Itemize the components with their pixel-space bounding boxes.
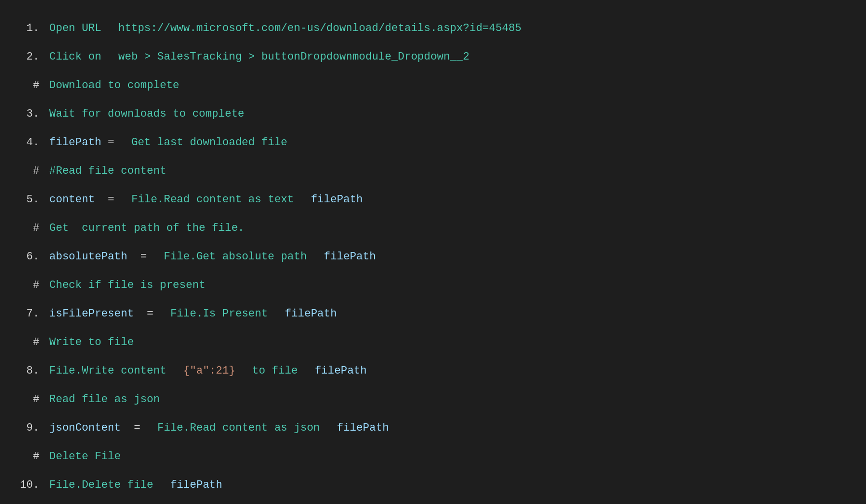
- code-line-10: 10.File.Delete file filePath: [0, 472, 866, 500]
- line-number: #: [20, 277, 49, 294]
- code-line-c1: #Download to complete: [0, 72, 866, 100]
- code-token: Get last downloaded file: [131, 134, 287, 151]
- line-content: Get current path of the file.: [49, 220, 244, 237]
- code-token: File.Get absolute path: [164, 248, 320, 265]
- code-token: =: [101, 134, 128, 151]
- line-content: #Read file content: [49, 162, 167, 180]
- code-token: Check if file is present: [49, 277, 205, 294]
- code-token: File.Is Present: [170, 305, 281, 322]
- code-token: =: [95, 191, 127, 208]
- code-token: Click on: [49, 48, 114, 65]
- line-content: Check if file is present: [49, 277, 205, 294]
- code-line-9: 9.jsonContent = File.Read content as jso…: [0, 414, 866, 443]
- code-line-2: 2.Click on web > SalesTracking > buttonD…: [0, 43, 866, 72]
- code-token: Read file as json: [49, 391, 160, 408]
- code-token: to file: [239, 362, 311, 379]
- code-line-3: 3.Wait for downloads to complete: [0, 100, 866, 129]
- code-line-c4: #Check if file is present: [0, 272, 866, 300]
- line-number: 3.: [20, 105, 49, 123]
- line-number: 8.: [20, 362, 49, 379]
- code-token: filePath: [170, 476, 223, 494]
- line-content: Delete File: [49, 448, 121, 465]
- code-token: =: [121, 419, 153, 437]
- line-number: #: [20, 334, 49, 351]
- code-token: {"a":21}: [183, 362, 235, 379]
- code-token: File.Read content as text: [131, 191, 306, 208]
- code-token: File.Write content: [49, 362, 179, 379]
- code-token: filePath: [311, 191, 363, 208]
- code-token: File.Read content as json: [157, 419, 333, 437]
- line-content: jsonContent = File.Read content as json …: [49, 419, 389, 437]
- code-line-c7: #Delete File: [0, 443, 866, 472]
- code-token: filePath: [49, 134, 101, 151]
- line-number: #: [20, 391, 49, 408]
- code-line-7: 7.isFilePresent = File.Is Present filePa…: [0, 300, 866, 329]
- code-token: filePath: [337, 419, 389, 437]
- code-line-c6: #Read file as json: [0, 386, 866, 414]
- code-token: Delete File: [49, 448, 121, 465]
- line-content: File.Write content {"a":21} to file file…: [49, 362, 367, 379]
- code-token: jsonContent: [49, 419, 121, 437]
- line-content: Download to complete: [49, 77, 179, 94]
- code-line-1: 1.Open URL https://www.microsoft.com/en-…: [0, 15, 866, 43]
- line-content: Read file as json: [49, 391, 160, 408]
- code-token: Download to complete: [49, 77, 179, 94]
- code-line-6: 6.absolutePath = File.Get absolute path …: [0, 243, 866, 272]
- line-content: File.Delete file filePath: [49, 476, 222, 494]
- line-content: absolutePath = File.Get absolute path fi…: [49, 248, 376, 265]
- line-number: #: [20, 162, 49, 180]
- line-number: #: [20, 77, 49, 94]
- line-content: Click on web > SalesTracking > buttonDro…: [49, 48, 469, 65]
- line-number: 9.: [20, 419, 49, 437]
- code-token: absolutePath: [49, 248, 127, 265]
- code-line-5: 5.content = File.Read content as text fi…: [0, 186, 866, 215]
- line-number: 6.: [20, 248, 49, 265]
- code-line-c5: #Write to file: [0, 329, 866, 357]
- code-token: Open URL: [49, 20, 114, 37]
- code-token: Wait for downloads to complete: [49, 105, 244, 123]
- line-content: filePath = Get last downloaded file: [49, 134, 291, 151]
- code-token: Get current path of the file.: [49, 220, 244, 237]
- code-editor: 1.Open URL https://www.microsoft.com/en-…: [0, 10, 866, 504]
- line-content: isFilePresent = File.Is Present filePath: [49, 305, 337, 322]
- code-token: content: [49, 191, 95, 208]
- code-token: web > SalesTracking > buttonDropdownmodu…: [118, 48, 469, 65]
- code-token: Write to file: [49, 334, 134, 351]
- code-token: #Read file content: [49, 162, 167, 180]
- line-number: 5.: [20, 191, 49, 208]
- line-number: 4.: [20, 134, 49, 151]
- line-number: 1.: [20, 20, 49, 37]
- line-content: Open URL https://www.microsoft.com/en-us…: [49, 20, 522, 37]
- line-number: 7.: [20, 305, 49, 322]
- line-number: 2.: [20, 48, 49, 65]
- line-content: Wait for downloads to complete: [49, 105, 248, 123]
- code-token: File.Delete file: [49, 476, 167, 494]
- line-content: content = File.Read content as text file…: [49, 191, 363, 208]
- line-content: Write to file: [49, 334, 134, 351]
- code-token: =: [127, 248, 160, 265]
- code-line-4: 4.filePath = Get last downloaded file: [0, 129, 866, 158]
- code-token: isFilePresent: [49, 305, 134, 322]
- code-line-c3: #Get current path of the file.: [0, 215, 866, 243]
- code-token: filePath: [285, 305, 337, 322]
- line-number: 10.: [20, 476, 49, 494]
- line-number: #: [20, 448, 49, 465]
- code-token: https://www.microsoft.com/en-us/download…: [118, 20, 522, 37]
- code-token: filePath: [315, 362, 367, 379]
- code-line-c2: ##Read file content: [0, 158, 866, 186]
- code-token: filePath: [324, 248, 376, 265]
- code-token: =: [134, 305, 167, 322]
- code-line-8: 8.File.Write content {"a":21} to file fi…: [0, 357, 866, 386]
- line-number: #: [20, 220, 49, 237]
